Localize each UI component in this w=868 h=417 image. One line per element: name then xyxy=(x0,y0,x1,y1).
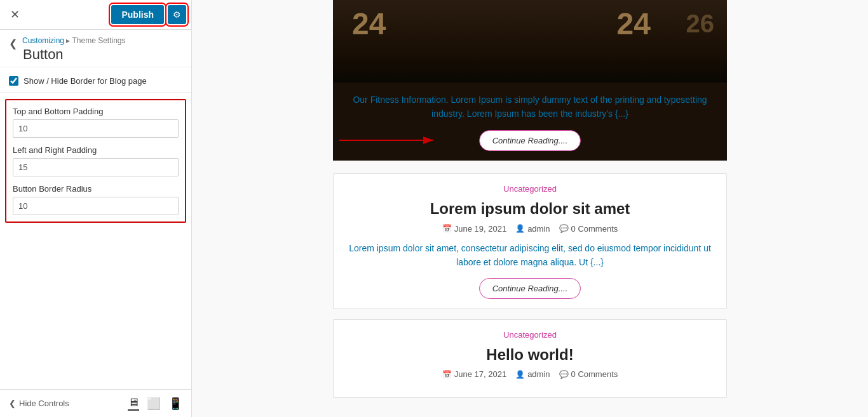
desktop-icon[interactable]: 🖥 xyxy=(128,396,139,411)
card1-excerpt: Our Fitness Information. Lorem Ipsum is … xyxy=(346,93,714,121)
left-right-padding-group: Left and Right Padding xyxy=(13,145,179,176)
user-icon: 👤 xyxy=(515,224,525,233)
red-arrow xyxy=(339,128,441,153)
image-card-inner: 24 24 26 xyxy=(333,0,727,83)
comment-icon: 💬 xyxy=(559,224,569,233)
card3-author-text: admin xyxy=(527,369,550,379)
tablet-icon[interactable]: ⬜ xyxy=(147,396,161,411)
preview-panel: 24 24 26 Our Fitness Information. Lorem … xyxy=(192,0,868,417)
left-panel: ✕ Publish ⚙ ❮ Customizing ▸ Theme Settin… xyxy=(0,0,192,417)
gear-button[interactable]: ⚙ xyxy=(168,5,186,24)
close-button[interactable]: ✕ xyxy=(5,5,25,24)
breadcrumb: Customizing ▸ Theme Settings xyxy=(9,36,182,45)
publish-button[interactable]: Publish xyxy=(111,5,164,24)
card2-comments: 💬 0 Comments xyxy=(559,224,618,234)
show-hide-border-label[interactable]: Show / Hide Border for Blog page xyxy=(24,76,147,86)
card3-body: Uncategorized Hello world! 📅 June 17, 20… xyxy=(334,320,726,398)
card2-author-text: admin xyxy=(527,224,550,234)
device-icons: 🖥 ⬜ 📱 xyxy=(128,396,182,411)
card1-excerpt-text: Our Fitness Information. Lorem Ipsum is … xyxy=(353,95,707,119)
breadcrumb-area: ❮ Customizing ▸ Theme Settings Button xyxy=(0,30,191,67)
card2-excerpt: Lorem ipsum dolor sit amet, consectetur … xyxy=(346,241,714,270)
card3-author: 👤 admin xyxy=(515,369,550,379)
card2-title: Lorem ipsum dolor sit amet xyxy=(346,199,714,218)
card3-category: Uncategorized xyxy=(346,330,714,340)
top-bottom-padding-label: Top and Bottom Padding xyxy=(13,107,179,116)
card2-ellipsis: {...} xyxy=(590,257,604,267)
card2-meta: 📅 June 19, 2021 👤 admin 💬 0 Comments xyxy=(346,224,714,234)
theme-settings-link: Theme Settings xyxy=(72,36,126,45)
number-24-left: 24 xyxy=(352,6,386,41)
left-right-padding-label: Left and Right Padding xyxy=(13,145,179,155)
calendar-icon: 📅 xyxy=(442,224,452,233)
arrow-container: Continue Reading.... xyxy=(346,130,714,151)
comment-icon-3: 💬 xyxy=(559,370,569,379)
card3: Uncategorized Hello world! 📅 June 17, 20… xyxy=(333,319,727,398)
number-24-right: 24 xyxy=(617,6,651,41)
top-bottom-padding-input[interactable] xyxy=(13,119,179,138)
card2-body: Uncategorized Lorem ipsum dolor sit amet… xyxy=(334,174,726,309)
card3-title: Hello world! xyxy=(346,345,714,364)
card3-date-text: June 17, 2021 xyxy=(454,369,506,379)
card3-comments-text: 0 Comments xyxy=(571,369,618,379)
card1-ellipsis: {...} xyxy=(615,109,628,119)
card1-continue-button[interactable]: Continue Reading.... xyxy=(479,130,581,151)
card2-author: 👤 admin xyxy=(515,224,550,234)
hide-controls-button[interactable]: ❮ Hide Controls xyxy=(9,399,69,408)
panel-title: Button xyxy=(23,46,182,63)
card2-continue-button[interactable]: Continue Reading.... xyxy=(479,278,581,299)
card2: Uncategorized Lorem ipsum dolor sit amet… xyxy=(333,173,727,309)
hide-controls-arrow: ❮ xyxy=(9,399,16,408)
card3-meta: 📅 June 17, 2021 👤 admin 💬 0 Comments xyxy=(346,369,714,379)
left-right-padding-input[interactable] xyxy=(13,158,179,176)
card2-date: 📅 June 19, 2021 xyxy=(442,224,506,234)
show-hide-border-checkbox[interactable] xyxy=(9,76,18,86)
card2-category: Uncategorized xyxy=(346,184,714,194)
image-card: 24 24 26 Our Fitness Information. Lorem … xyxy=(333,0,727,161)
top-bottom-padding-group: Top and Bottom Padding xyxy=(13,107,179,138)
padding-settings-section: Top and Bottom Padding Left and Right Pa… xyxy=(5,99,186,223)
card3-comments: 💬 0 Comments xyxy=(559,369,618,379)
card1-body: Our Fitness Information. Lorem Ipsum is … xyxy=(333,83,727,161)
bottom-bar: ❮ Hide Controls 🖥 ⬜ 📱 xyxy=(0,389,191,417)
number-26: 26 xyxy=(686,10,715,38)
customizing-link[interactable]: Customizing xyxy=(22,36,64,45)
user-icon-3: 👤 xyxy=(515,370,525,379)
calendar-icon-3: 📅 xyxy=(442,370,452,379)
hide-controls-label: Hide Controls xyxy=(19,399,69,408)
card2-date-text: June 19, 2021 xyxy=(454,224,506,234)
border-radius-group: Button Border Radius xyxy=(13,184,179,215)
show-hide-border-row: Show / Hide Border for Blog page xyxy=(0,67,191,93)
breadcrumb-separator: ▸ xyxy=(66,36,72,45)
card2-comments-text: 0 Comments xyxy=(571,224,618,234)
card2-excerpt-text: Lorem ipsum dolor sit amet, consectetur … xyxy=(349,243,711,267)
top-bar: ✕ Publish ⚙ xyxy=(0,0,191,30)
mobile-icon[interactable]: 📱 xyxy=(168,396,182,411)
back-button[interactable]: ❮ xyxy=(9,37,17,50)
card3-date: 📅 June 17, 2021 xyxy=(442,369,506,379)
border-radius-input[interactable] xyxy=(13,197,179,215)
border-radius-label: Button Border Radius xyxy=(13,184,179,194)
